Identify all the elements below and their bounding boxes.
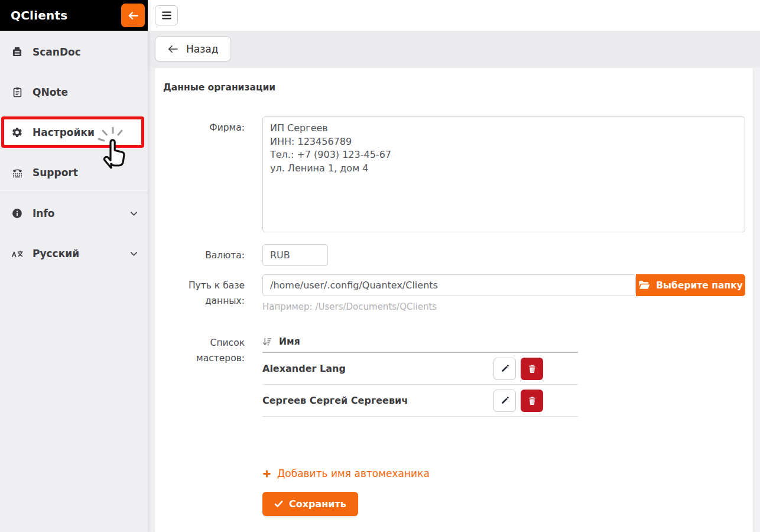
save-button[interactable]: Сохранить (262, 492, 358, 516)
sidebar-item-qnote[interactable]: QNote (0, 72, 148, 112)
save-button-label: Сохранить (289, 498, 346, 510)
check-icon (274, 500, 283, 508)
row-actions (493, 358, 578, 380)
choose-folder-button[interactable]: Выберите папку (636, 274, 745, 296)
arrow-left-icon (168, 44, 178, 54)
info-circle-icon (11, 207, 24, 219)
pencil-icon (501, 396, 509, 405)
company-textarea[interactable]: ИП Сергеев ИНН: 123456789 Тел.: +7 (903)… (262, 116, 745, 232)
gear-icon (11, 126, 24, 138)
sidebar-item-label: ScanDoc (33, 46, 81, 58)
delete-master-button[interactable] (521, 390, 543, 412)
masters-list: Имя Alexander Lang Сергеев Сергей Сергее… (262, 332, 578, 417)
section-title: Данные организации (163, 82, 745, 93)
sidebar-header: QClients (0, 0, 148, 31)
sidebar-collapse-button[interactable] (121, 4, 145, 27)
masters-column-header: Имя (279, 336, 300, 347)
db-path-hint: Например: /Users/Documents/QClients (262, 301, 745, 312)
sidebar-item-support[interactable]: Support (0, 153, 148, 193)
master-name: Alexander Lang (262, 363, 493, 374)
arrow-left-icon (128, 10, 139, 21)
settings-form: Фирма: ИП Сергеев ИНН: 123456789 Тел.: +… (163, 116, 745, 516)
edit-master-button[interactable] (493, 390, 516, 412)
sidebar-nav: ScanDoc QNote Настройки Support Info (0, 31, 148, 274)
sidebar-item-scandoc[interactable]: ScanDoc (0, 32, 148, 72)
app-title: QClients (11, 8, 67, 22)
chevron-down-icon (129, 209, 138, 218)
master-name: Сергеев Сергей Сергеевич (262, 395, 493, 406)
master-row: Сергеев Сергей Сергеевич (262, 385, 578, 417)
sidebar-item-label: Русский (33, 248, 79, 259)
sidebar-item-settings[interactable]: Настройки (0, 112, 148, 153)
trash-icon (528, 396, 537, 406)
sidebar-item-info[interactable]: Info (0, 193, 148, 233)
settings-panel: Данные организации Фирма: ИП Сергеев ИНН… (155, 68, 753, 532)
db-path-group: Выберите папку (262, 274, 745, 296)
chevron-down-icon (129, 249, 138, 258)
sidebar-item-label: Info (33, 207, 55, 219)
add-master-label: Добавить имя автомеханика (277, 468, 430, 479)
plus-icon (262, 469, 271, 478)
company-label: Фирма: (163, 116, 245, 244)
back-button-label: Назад (186, 43, 218, 55)
choose-folder-label: Выберите папку (656, 280, 743, 291)
edit-master-button[interactable] (493, 358, 516, 380)
masters-list-header: Имя (262, 332, 578, 353)
sidebar-item-language[interactable]: Русский (0, 233, 148, 274)
sort-icon[interactable] (262, 337, 272, 347)
back-toolbar: Назад (148, 31, 760, 67)
language-icon (11, 249, 24, 259)
currency-label: Валюта: (163, 244, 245, 274)
scanner-icon (11, 46, 24, 58)
hamburger-icon (161, 11, 172, 20)
master-row: Alexander Lang (262, 353, 578, 385)
trash-icon (528, 364, 537, 374)
sidebar: QClients ScanDoc QNote Настройки (0, 0, 148, 532)
row-actions (493, 390, 578, 412)
hamburger-menu-button[interactable] (155, 5, 178, 25)
sidebar-item-label: QNote (33, 86, 68, 98)
sidebar-item-label: Настройки (33, 126, 95, 138)
db-path-input[interactable] (262, 274, 636, 296)
clipboard-icon (11, 86, 24, 98)
folder-open-icon (638, 280, 650, 290)
main-area: Назад Данные организации Фирма: ИП Серге… (148, 0, 760, 532)
sidebar-item-label: Support (33, 167, 78, 179)
phone-support-icon (11, 167, 24, 179)
back-button[interactable]: Назад (155, 36, 231, 61)
delete-master-button[interactable] (521, 358, 543, 380)
pencil-icon (501, 364, 509, 373)
add-master-link[interactable]: Добавить имя автомеханика (262, 468, 430, 479)
currency-input[interactable] (262, 244, 328, 266)
db-path-label: Путь к базе данных: (163, 274, 245, 332)
topbar (148, 0, 760, 31)
masters-label: Список мастеров: (163, 332, 245, 516)
